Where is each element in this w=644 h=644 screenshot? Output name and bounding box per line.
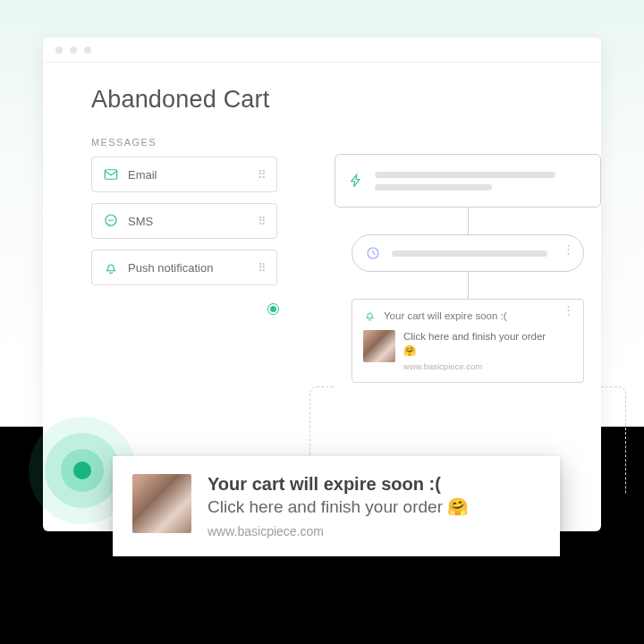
toast-source: www.basicpiece.com xyxy=(208,524,469,538)
chat-icon xyxy=(103,213,119,229)
svg-rect-0 xyxy=(105,170,117,180)
message-type-email[interactable]: Email ⠿ xyxy=(91,157,277,192)
bolt-icon xyxy=(348,173,364,189)
flow-connector xyxy=(468,272,469,299)
window-dot-icon xyxy=(55,47,63,54)
dashed-connector-right xyxy=(601,386,626,494)
more-icon[interactable]: ⋮ xyxy=(563,248,574,251)
trigger-node[interactable] xyxy=(335,154,601,208)
messages-palette: Email ⠿ SMS ⠿ Push notification ⠿ xyxy=(43,157,277,285)
push-preview-node[interactable]: ⋮ Your cart will expire soon :( Click he… xyxy=(352,299,584,383)
mail-icon xyxy=(103,166,119,182)
messages-section-label: MESSAGES xyxy=(43,114,601,157)
preview-body: Click here and finish your order 🤗 xyxy=(403,330,553,358)
bell-icon xyxy=(103,259,119,275)
preview-title: Your cart will expire soon :( xyxy=(384,310,507,321)
window-titlebar xyxy=(43,38,601,63)
flow-connector xyxy=(468,208,469,234)
message-type-sms[interactable]: SMS ⠿ xyxy=(91,203,277,239)
bell-icon xyxy=(363,309,377,322)
more-icon[interactable]: ⋮ xyxy=(563,309,574,312)
window-dot-icon xyxy=(70,47,77,54)
wait-node[interactable]: ⋮ xyxy=(352,234,584,272)
toast-title: Your cart will expire soon :( xyxy=(208,474,469,495)
automation-canvas: ⋮ ⋮ Your cart will expire soon :( Click … xyxy=(335,154,601,383)
page-title: Abandoned Cart xyxy=(43,63,601,114)
drag-handle-icon[interactable]: ⠿ xyxy=(258,266,269,270)
drag-handle-icon[interactable]: ⠿ xyxy=(258,219,269,224)
avatar xyxy=(132,474,191,533)
message-type-label: Email xyxy=(128,168,157,182)
connector-handle-icon[interactable] xyxy=(268,304,278,314)
drag-handle-icon[interactable]: ⠿ xyxy=(258,173,269,177)
window-dot-icon xyxy=(84,47,91,54)
trigger-skeleton xyxy=(375,172,588,191)
message-type-label: Push notification xyxy=(128,261,213,275)
clock-icon xyxy=(365,245,381,261)
toast-body: Click here and finish your order 🤗 xyxy=(208,496,469,517)
avatar xyxy=(363,330,395,362)
push-notification-toast[interactable]: Your cart will expire soon :( Click here… xyxy=(113,456,560,556)
message-type-label: SMS xyxy=(128,215,153,228)
message-type-push[interactable]: Push notification ⠿ xyxy=(91,250,277,285)
preview-source: www.basicpiece.com xyxy=(403,361,553,371)
